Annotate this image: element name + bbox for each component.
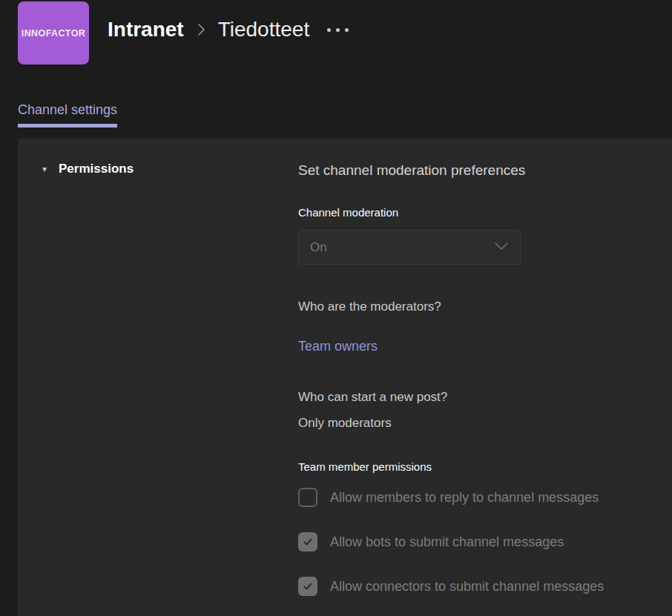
new-post-answer: Only moderators — [298, 415, 642, 431]
breadcrumb: Intranet Tiedotteet — [108, 18, 350, 42]
checkbox-allow-members-reply[interactable] — [298, 488, 317, 507]
settings-nav-column: ▾ Permissions — [18, 139, 298, 616]
checkbox-label: Allow bots to submit channel messages — [330, 534, 564, 550]
moderation-settings: Set channel moderation preferences Chann… — [298, 139, 672, 616]
dropdown-selected-value: On — [310, 240, 327, 255]
checkbox-label: Allow members to reply to channel messag… — [330, 490, 599, 506]
chevron-down-icon: ▾ — [42, 165, 47, 173]
member-permissions-label: Team member permissions — [298, 460, 642, 474]
checkmark-icon — [302, 536, 314, 548]
tab-bar: Channel settings — [18, 102, 117, 127]
team-logo[interactable]: INNOFACTOR — [18, 1, 89, 64]
channel-moderation-dropdown[interactable]: On — [298, 230, 521, 265]
team-logo-text: INNOFACTOR — [22, 28, 85, 39]
teams-channel-settings-screen: INNOFACTOR Intranet Tiedotteet Channel s… — [0, 0, 672, 616]
chevron-down-icon — [493, 241, 510, 254]
accordion-permissions[interactable]: ▾ Permissions — [18, 139, 298, 176]
tab-channel-settings[interactable]: Channel settings — [18, 102, 117, 127]
channel-moderation-label: Channel moderation — [298, 205, 642, 219]
accordion-title: Permissions — [59, 162, 134, 176]
chevron-right-icon — [194, 21, 208, 39]
permission-row: Allow bots to submit channel messages — [298, 532, 642, 552]
settings-panel: ▾ Permissions Set channel moderation pre… — [18, 139, 672, 616]
new-post-question: Who can start a new post? — [298, 389, 642, 405]
breadcrumb-team[interactable]: Intranet — [108, 18, 184, 42]
permission-row: Allow members to reply to channel messag… — [298, 488, 642, 507]
moderators-question: Who are the moderators? — [298, 299, 642, 315]
checkbox-allow-bots-submit[interactable] — [298, 532, 317, 552]
channel-header: INNOFACTOR Intranet Tiedotteet — [0, 0, 672, 82]
permission-row: Allow connectors to submit channel messa… — [298, 577, 642, 596]
more-options-icon[interactable] — [326, 24, 350, 36]
checkbox-allow-connectors-submit[interactable] — [298, 577, 317, 596]
checkmark-icon — [302, 580, 314, 592]
team-owners-link[interactable]: Team owners — [298, 337, 378, 355]
checkbox-label: Allow connectors to submit channel messa… — [330, 579, 604, 595]
breadcrumb-channel[interactable]: Tiedotteet — [218, 18, 309, 42]
moderation-heading: Set channel moderation preferences — [298, 161, 642, 180]
